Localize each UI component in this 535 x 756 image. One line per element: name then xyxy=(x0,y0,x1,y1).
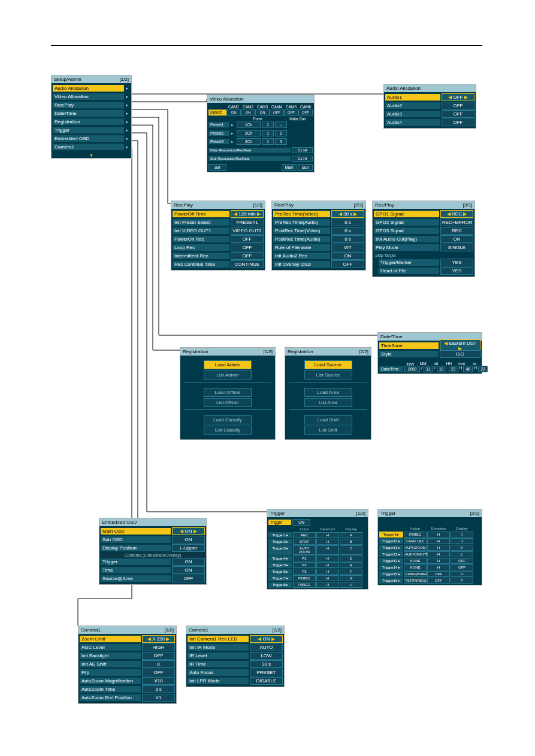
trigger-item[interactable]: Trigger16 ▸ xyxy=(379,578,403,584)
trigger-item[interactable]: Trigger10 ▸ xyxy=(379,538,403,544)
menu-item[interactable]: Registration xyxy=(53,119,124,125)
menu-item[interactable]: Init Audio Out(Play) xyxy=(374,236,439,242)
detect-label[interactable]: Detect xyxy=(208,110,226,116)
button[interactable]: Load Source xyxy=(304,360,352,369)
menu-item[interactable]: Init Preset Select xyxy=(173,219,229,226)
timezone-label[interactable]: TimeZone xyxy=(379,342,439,349)
menu-item[interactable]: Source@Area xyxy=(101,575,171,582)
sub-res-label[interactable]: Sub Resolution/RecRate xyxy=(208,156,291,161)
trigger-item[interactable]: Trigger2 ▸ xyxy=(268,539,292,545)
datetime-field[interactable]: 23 xyxy=(449,366,458,372)
menu-item[interactable]: GPO3 Signal xyxy=(374,227,439,234)
menu-item[interactable]: IR Time xyxy=(188,661,249,667)
menu-item[interactable]: Video Allocation xyxy=(53,93,124,100)
sub-button[interactable]: Sub xyxy=(298,164,313,171)
button[interactable]: List Admin xyxy=(204,371,252,379)
menu-item[interactable]: Intermittent Rec xyxy=(173,253,229,259)
menu-item[interactable]: Init VIDEO OUT1 xyxy=(173,227,229,234)
main-res-label[interactable]: Main Resolution/RecRate xyxy=(208,148,291,153)
menu-item[interactable]: AutoZoom Magnification xyxy=(80,678,141,684)
button[interactable]: List Shift xyxy=(304,426,352,435)
menu-item[interactable]: Init Audio2 Rec xyxy=(273,253,330,259)
datetime-field[interactable]: 46 xyxy=(463,366,473,372)
trigger-item[interactable]: Trigger5 ▸ xyxy=(268,562,292,568)
menu-item[interactable]: Head of File xyxy=(379,268,439,274)
menu-item[interactable]: Main OSD xyxy=(101,528,171,535)
button[interactable]: Load Officer xyxy=(204,388,252,397)
button[interactable]: Load Admin xyxy=(204,360,252,369)
detect-toggle[interactable]: OFF xyxy=(298,110,313,116)
trigger-item[interactable]: Trigger13 ▸ xyxy=(379,558,403,564)
trigger-label[interactable]: Trigger xyxy=(268,520,291,525)
trigger-item[interactable]: Trigger3 ▸ xyxy=(268,545,292,555)
trigger-item[interactable]: Trigger7 ▸ xyxy=(268,575,292,581)
menu-item[interactable]: PostRec Time(Video) xyxy=(273,227,330,234)
datetime-field[interactable]: 19 xyxy=(437,366,446,372)
trigger-item[interactable]: Trigger8 ▸ xyxy=(268,582,292,588)
menu-item[interactable]: Trigger xyxy=(53,127,124,133)
menu-item[interactable]: AGC Level xyxy=(80,644,141,651)
menu-item[interactable]: Embedded OSD xyxy=(53,135,124,142)
detect-toggle[interactable]: ON xyxy=(241,110,255,116)
menu-item[interactable]: PreRec Time(Audio) xyxy=(273,219,330,226)
datetime-field[interactable]: 23 xyxy=(478,366,488,372)
button[interactable]: List Source xyxy=(304,371,352,379)
menu-item[interactable]: Rule of Filename xyxy=(273,244,330,251)
trigger-item[interactable]: Trigger15 ▸ xyxy=(379,571,403,577)
button[interactable]: Load Shift xyxy=(304,415,352,424)
detect-toggle[interactable]: ON xyxy=(255,110,270,116)
datetime-field[interactable]: 2008 xyxy=(404,366,420,372)
trigger-item[interactable]: Trigger4 ▸ xyxy=(268,555,292,561)
datetime-field[interactable]: 11 xyxy=(424,366,433,372)
menu-item[interactable]: PowerOff Time xyxy=(173,211,229,217)
menu-item[interactable]: Flip xyxy=(80,669,141,676)
menu-item[interactable]: Audio Allocation xyxy=(53,85,124,92)
detect-toggle[interactable]: OFF xyxy=(284,110,298,116)
detect-toggle[interactable]: ON xyxy=(226,110,241,116)
menu-item[interactable]: Trigger/Marker xyxy=(379,259,439,266)
menu-item[interactable]: Display Position xyxy=(101,545,171,551)
menu-item[interactable]: Zoom Limit xyxy=(80,636,141,642)
menu-item[interactable]: Audio1 xyxy=(385,94,440,101)
menu-item[interactable]: Init IR Mode xyxy=(188,644,249,651)
menu-item[interactable]: Camera1 xyxy=(53,144,124,150)
menu-item[interactable]: Init Overlay OSD xyxy=(273,261,330,268)
detect-toggle[interactable]: OFF xyxy=(270,110,284,116)
datetime-label[interactable]: Date/Time xyxy=(379,366,403,372)
menu-item[interactable]: AutoZoom End Position xyxy=(80,694,141,701)
menu-item[interactable]: IR Level xyxy=(188,652,249,659)
preset-label[interactable]: Preset2 xyxy=(208,130,229,136)
menu-item[interactable]: AutoZoom Time xyxy=(80,686,141,693)
trigger-item[interactable]: Trigger14 ▸ xyxy=(379,564,403,570)
menu-item[interactable]: GPO2 Signal xyxy=(374,219,439,226)
menu-item[interactable]: Loop Rec xyxy=(173,244,229,251)
button[interactable]: Load Area xyxy=(304,388,352,397)
trigger-item[interactable]: Trigger6 ▸ xyxy=(268,569,292,575)
menu-item[interactable]: Audio3 xyxy=(385,111,440,117)
preset-label[interactable]: Preset1 xyxy=(208,122,229,127)
menu-item[interactable]: PreRec Time(Video) xyxy=(273,211,330,217)
button[interactable]: Load Classify xyxy=(204,415,252,424)
menu-item[interactable]: Date/Time xyxy=(53,110,124,117)
menu-item[interactable]: Init LPR Mode xyxy=(188,678,249,684)
trigger-item[interactable]: Trigger9 ▸ xyxy=(379,532,403,538)
style-label[interactable]: Style xyxy=(379,351,439,357)
menu-item[interactable]: Init AE Shift xyxy=(80,661,141,667)
button[interactable]: List Officer xyxy=(204,398,252,407)
trigger-item[interactable]: Trigger1 ▸ xyxy=(268,532,292,538)
menu-item[interactable]: Rec Continue Time xyxy=(173,261,229,268)
button[interactable]: List Area xyxy=(304,398,352,407)
menu-item[interactable]: PowerOn Rec xyxy=(173,236,229,242)
menu-item[interactable]: GPO1 Signal xyxy=(374,211,439,217)
set-button[interactable]: Set xyxy=(208,164,226,171)
menu-item[interactable]: Sub OSD xyxy=(101,536,171,543)
trigger-item[interactable]: Trigger11 ▸ xyxy=(379,545,403,551)
menu-item[interactable]: Rec/Play xyxy=(53,102,124,108)
main-button[interactable]: Main xyxy=(282,164,297,171)
trigger-item[interactable]: Trigger12 ▸ xyxy=(379,551,403,557)
menu-item[interactable]: Auto Focus xyxy=(188,669,249,676)
menu-item[interactable]: Trigger xyxy=(101,558,171,565)
menu-item[interactable]: Time xyxy=(101,567,171,573)
menu-item[interactable]: PostRec Time(Audio) xyxy=(273,236,330,242)
menu-item[interactable]: Audio2 xyxy=(385,102,440,109)
